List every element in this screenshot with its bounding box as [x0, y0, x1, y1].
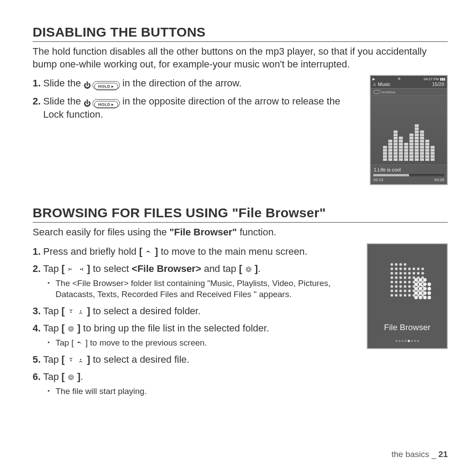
svg-point-47	[421, 281, 424, 283]
fb-step-6: Tap [ ]. The file will start playing.	[33, 370, 358, 397]
svg-point-42	[399, 281, 402, 283]
total-time: 04:28	[434, 178, 444, 182]
fb-step-1: Press and briefly hold [ ] to move to th…	[33, 245, 358, 258]
left-icon	[67, 266, 74, 272]
svg-point-22	[417, 268, 420, 270]
select-icon	[67, 326, 74, 332]
down-icon	[77, 357, 84, 363]
page-indicator	[368, 336, 447, 344]
svg-point-51	[404, 285, 406, 288]
svg-point-71	[421, 294, 424, 297]
svg-point-4	[71, 312, 72, 313]
svg-point-67	[404, 294, 406, 297]
fb-step-2-sub: The <File Browser> folder list containin…	[48, 278, 358, 300]
svg-point-33	[395, 276, 398, 279]
select-icon	[245, 266, 252, 272]
svg-point-10	[68, 375, 73, 380]
svg-point-80	[419, 287, 422, 290]
svg-point-46	[417, 281, 420, 283]
status-time: 04:27 PM	[424, 77, 439, 81]
svg-point-58	[399, 290, 402, 292]
track-title: 1.Life is cool	[371, 164, 447, 174]
svg-point-14	[399, 263, 402, 266]
back-icon	[145, 249, 152, 255]
svg-point-55	[421, 285, 424, 288]
svg-point-35	[404, 276, 406, 279]
svg-point-82	[428, 287, 431, 290]
svg-point-83	[414, 291, 418, 295]
svg-point-62	[417, 290, 420, 292]
svg-point-11	[70, 376, 72, 379]
step-2: Slide the ⏻ HOLD ▸ in the opposite direc…	[33, 95, 361, 121]
svg-point-7	[70, 327, 72, 330]
svg-point-52	[408, 285, 411, 288]
svg-point-84	[419, 291, 422, 295]
svg-point-3	[247, 268, 250, 271]
svg-point-39	[421, 276, 424, 279]
file-browser-screenshot: File Browser	[367, 243, 448, 349]
svg-point-64	[390, 294, 393, 297]
heading-file-browser: BROWSING FOR FILES USING "File Browser"	[33, 205, 448, 223]
svg-point-53	[413, 285, 415, 288]
right-icon	[77, 266, 84, 272]
progress-bar	[373, 174, 444, 176]
battery-icon: ▮▮▮	[440, 77, 445, 81]
svg-point-76	[419, 283, 422, 286]
file-browser-label: File Browser	[368, 323, 447, 332]
svg-point-77	[423, 283, 427, 286]
folder-dot-icon	[379, 256, 436, 313]
svg-point-50	[399, 285, 402, 288]
footer-section: the basics	[391, 450, 429, 459]
svg-point-60	[408, 290, 411, 292]
svg-point-78	[428, 283, 431, 286]
svg-point-19	[404, 268, 406, 270]
svg-point-37	[413, 276, 415, 279]
page-number: 21	[439, 450, 448, 459]
svg-point-74	[423, 278, 427, 282]
svg-point-29	[413, 272, 415, 275]
svg-point-57	[395, 290, 398, 292]
svg-point-48	[390, 285, 393, 288]
eq-mode: NORMAL	[371, 89, 447, 96]
intro-disabling: The hold function disables all the other…	[33, 45, 448, 71]
svg-point-1	[80, 269, 82, 270]
svg-point-54	[417, 285, 420, 288]
svg-point-88	[419, 296, 422, 299]
fb-step-5: Tap [ ] to select a desired file.	[33, 353, 358, 366]
svg-point-30	[417, 272, 420, 275]
svg-point-69	[413, 294, 415, 297]
svg-point-72	[414, 278, 418, 282]
svg-point-90	[428, 296, 431, 299]
svg-point-13	[395, 263, 398, 266]
svg-point-89	[423, 296, 427, 299]
step-2-text-a: Slide the	[43, 96, 84, 107]
svg-point-49	[395, 285, 398, 288]
svg-point-28	[408, 272, 411, 275]
svg-point-25	[395, 272, 398, 275]
svg-point-32	[390, 276, 393, 279]
equalizer-display	[371, 96, 447, 164]
svg-point-40	[390, 281, 393, 283]
svg-point-5	[80, 310, 82, 312]
svg-point-38	[417, 276, 420, 279]
svg-point-63	[421, 290, 424, 292]
step-1: Slide the ⏻ HOLD ▸ in the direction of t…	[33, 77, 361, 90]
play-icon: ▶	[372, 77, 375, 81]
track-counter: 15/20	[432, 82, 444, 87]
svg-point-12	[390, 263, 393, 266]
svg-point-70	[417, 294, 420, 297]
svg-point-59	[404, 290, 406, 292]
intro-file-browser: Search easily for files using the "File …	[33, 226, 448, 239]
elapsed-time: 02:13	[373, 178, 383, 182]
svg-point-36	[408, 276, 411, 279]
fb-step-6-sub: The file will start playing.	[48, 386, 358, 397]
svg-point-2	[246, 267, 251, 272]
svg-point-0	[71, 269, 72, 270]
svg-point-26	[399, 272, 402, 275]
up-icon	[67, 357, 74, 363]
svg-point-18	[399, 268, 402, 270]
up-icon	[67, 309, 74, 315]
svg-point-9	[80, 359, 82, 360]
svg-point-27	[404, 272, 406, 275]
svg-point-41	[395, 281, 398, 283]
